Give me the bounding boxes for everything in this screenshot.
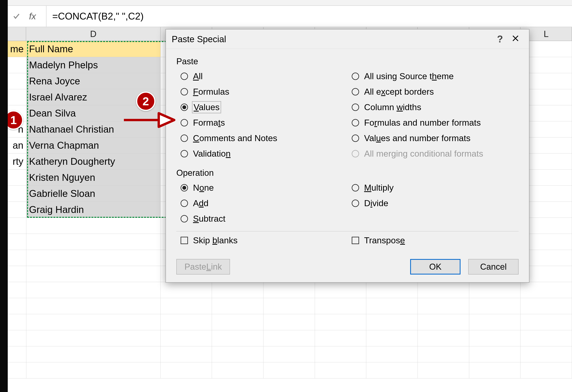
- cell[interactable]: [26, 330, 161, 346]
- cell[interactable]: [315, 346, 366, 362]
- cell[interactable]: [521, 330, 572, 346]
- cell[interactable]: [26, 346, 161, 362]
- cell-c-fragment[interactable]: [8, 170, 26, 186]
- cell[interactable]: [8, 314, 26, 330]
- cell-c-fragment[interactable]: rty: [8, 154, 26, 169]
- cell[interactable]: [469, 282, 521, 298]
- cell[interactable]: [366, 362, 418, 378]
- cell-c-fragment[interactable]: [8, 73, 26, 89]
- cell-d[interactable]: Rena Joyce: [26, 73, 161, 89]
- cell[interactable]: [469, 330, 521, 346]
- cell[interactable]: [366, 298, 418, 314]
- close-button[interactable]: [508, 34, 523, 44]
- cell[interactable]: [8, 234, 26, 250]
- cell[interactable]: [161, 282, 212, 298]
- cell[interactable]: [366, 346, 418, 362]
- cell[interactable]: [26, 266, 161, 282]
- dialog-titlebar[interactable]: Paste Special ?: [166, 30, 529, 49]
- radio-validation[interactable]: Validation: [181, 149, 348, 159]
- radio-values[interactable]: Values: [181, 102, 348, 112]
- radio-formats[interactable]: Formats: [181, 118, 348, 128]
- cell[interactable]: [521, 298, 572, 314]
- cell-d[interactable]: Katheryn Dougherty: [26, 154, 161, 169]
- cell[interactable]: [212, 346, 263, 362]
- cell[interactable]: [315, 362, 366, 378]
- cell[interactable]: [469, 298, 521, 314]
- cell[interactable]: [161, 330, 212, 346]
- transpose-checkbox[interactable]: Transpose: [352, 235, 519, 245]
- cell-c-fragment[interactable]: [8, 202, 26, 218]
- fx-label[interactable]: fx: [25, 6, 47, 27]
- cell[interactable]: [469, 314, 521, 330]
- cell[interactable]: [212, 298, 263, 314]
- skip-blanks-checkbox[interactable]: Skip blanks: [181, 235, 348, 245]
- radio-none[interactable]: None: [181, 183, 348, 193]
- radio-all[interactable]: All: [181, 71, 348, 81]
- cell[interactable]: [8, 346, 26, 362]
- ok-button[interactable]: OK: [410, 259, 461, 274]
- cell-d[interactable]: Verna Chapman: [26, 138, 161, 153]
- radio-subtract[interactable]: Subtract: [181, 214, 348, 224]
- cell[interactable]: [8, 298, 26, 314]
- cell-d[interactable]: Kristen Nguyen: [26, 170, 161, 186]
- cell[interactable]: [315, 330, 366, 346]
- cell[interactable]: [8, 250, 26, 266]
- cell[interactable]: [26, 234, 161, 250]
- formula-input[interactable]: [47, 6, 572, 27]
- cell[interactable]: [26, 218, 161, 234]
- cell[interactable]: [26, 314, 161, 330]
- cell[interactable]: [212, 362, 263, 378]
- cell[interactable]: [8, 330, 26, 346]
- cell[interactable]: [8, 362, 26, 378]
- cell[interactable]: [263, 314, 315, 330]
- radio-multiply[interactable]: Multiply: [352, 183, 519, 193]
- cell[interactable]: [26, 298, 161, 314]
- cell-c[interactable]: me: [8, 41, 26, 57]
- cell-c-fragment[interactable]: [8, 186, 26, 202]
- radio-formulas[interactable]: Formulas: [181, 87, 348, 97]
- cell[interactable]: [263, 282, 315, 298]
- column-header-c-fragment[interactable]: [8, 27, 26, 41]
- cell[interactable]: [263, 362, 315, 378]
- radio-divide[interactable]: Divide: [352, 198, 519, 208]
- cell[interactable]: [418, 298, 469, 314]
- cell-d[interactable]: Graig Hardin: [26, 202, 161, 218]
- cell-d-header[interactable]: Full Name: [26, 41, 161, 57]
- cell[interactable]: [366, 282, 418, 298]
- cell-c-fragment[interactable]: an: [8, 138, 26, 153]
- cell[interactable]: [26, 362, 161, 378]
- radio-comments[interactable]: Comments and Notes: [181, 133, 348, 143]
- cell[interactable]: [161, 314, 212, 330]
- cell[interactable]: [212, 314, 263, 330]
- cell-d[interactable]: Madelyn Phelps: [26, 57, 161, 73]
- radio-source-theme[interactable]: All using Source theme: [352, 71, 519, 81]
- cancel-button[interactable]: Cancel: [468, 259, 519, 274]
- cell[interactable]: [263, 346, 315, 362]
- cell[interactable]: [418, 330, 469, 346]
- column-header-d[interactable]: D: [26, 27, 161, 41]
- radio-except-borders[interactable]: All except borders: [352, 87, 519, 97]
- cell[interactable]: [315, 314, 366, 330]
- cell-c-fragment[interactable]: [8, 89, 26, 105]
- cell[interactable]: [8, 266, 26, 282]
- cell[interactable]: [8, 218, 26, 234]
- cell[interactable]: [521, 282, 572, 298]
- cell[interactable]: [161, 362, 212, 378]
- radio-col-widths[interactable]: Column widths: [352, 102, 519, 112]
- cell[interactable]: [26, 250, 161, 266]
- cell[interactable]: [521, 314, 572, 330]
- cell[interactable]: [521, 362, 572, 378]
- cell[interactable]: [26, 282, 161, 298]
- cell[interactable]: [521, 346, 572, 362]
- cell[interactable]: [212, 282, 263, 298]
- cell-d[interactable]: Gabrielle Sloan: [26, 186, 161, 202]
- radio-values-num[interactable]: Values and number formats: [352, 133, 519, 143]
- cell[interactable]: [161, 346, 212, 362]
- cell[interactable]: [263, 330, 315, 346]
- cell[interactable]: [418, 314, 469, 330]
- cell[interactable]: [161, 298, 212, 314]
- cell[interactable]: [315, 298, 366, 314]
- cell[interactable]: [418, 346, 469, 362]
- cell[interactable]: [263, 298, 315, 314]
- radio-formulas-num[interactable]: Formulas and number formats: [352, 118, 519, 128]
